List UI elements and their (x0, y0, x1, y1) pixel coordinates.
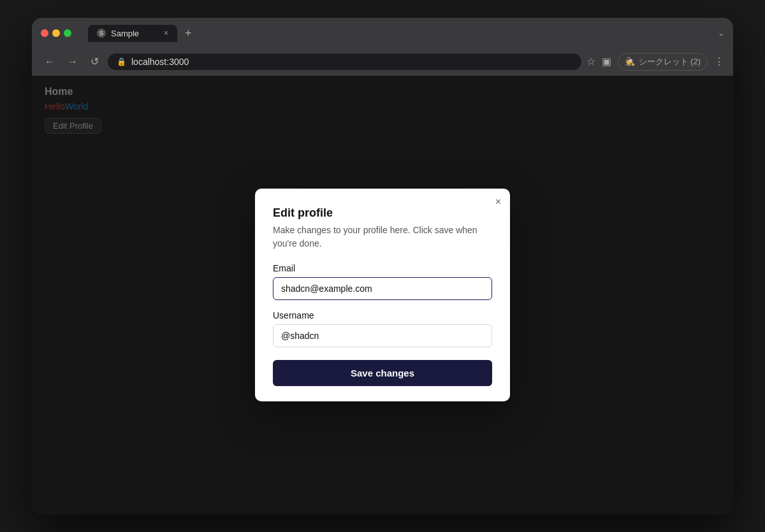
page-content: Home HelloWorld Edit Profile × Edit prof… (32, 76, 733, 515)
monitor-frame: S Sample × + ⌄ ← → ↺ 🔒 localhost:3000 ☆ … (32, 18, 733, 515)
save-changes-button[interactable]: Save changes (273, 360, 492, 386)
menu-icon[interactable]: ⋮ (714, 55, 724, 68)
new-tab-button[interactable]: + (180, 24, 197, 43)
username-form-group: Username (273, 310, 492, 347)
email-label: Email (273, 263, 492, 273)
email-form-group: Email (273, 263, 492, 300)
tab-close-button[interactable]: × (164, 29, 168, 38)
nav-actions: ☆ ▣ 🕵 シークレット (2) ⋮ (586, 53, 725, 71)
address-bar[interactable]: 🔒 localhost:3000 (108, 54, 581, 70)
dropdown-icon[interactable]: ⌄ (718, 29, 724, 38)
browser-chrome: S Sample × + ⌄ ← → ↺ 🔒 localhost:3000 ☆ … (32, 18, 733, 76)
address-text: localhost:3000 (131, 57, 189, 67)
tab-bar: S Sample × + (79, 24, 206, 43)
incognito-button[interactable]: 🕵 シークレット (2) (618, 53, 708, 71)
lock-icon: 🔒 (117, 57, 126, 66)
traffic-lights (41, 29, 71, 37)
incognito-label: シークレット (2) (639, 56, 701, 68)
back-button[interactable]: ← (41, 54, 59, 70)
incognito-icon: 🕵 (625, 57, 635, 66)
refresh-button[interactable]: ↺ (87, 53, 103, 70)
tab-favicon: S (97, 29, 106, 38)
dialog-description: Make changes to your profile here. Click… (273, 224, 492, 250)
email-input[interactable] (273, 277, 492, 300)
dialog-title: Edit profile (273, 206, 492, 220)
title-bar: S Sample × + ⌄ (32, 18, 733, 48)
nav-bar: ← → ↺ 🔒 localhost:3000 ☆ ▣ 🕵 シークレット (2) … (32, 48, 733, 76)
edit-profile-dialog: × Edit profile Make changes to your prof… (255, 189, 510, 401)
close-traffic-light[interactable] (41, 29, 48, 37)
username-input[interactable] (273, 324, 492, 347)
active-tab[interactable]: S Sample × (88, 25, 177, 42)
tab-label: Sample (111, 29, 139, 38)
extensions-icon[interactable]: ▣ (602, 55, 611, 68)
modal-overlay: × Edit profile Make changes to your prof… (32, 76, 733, 515)
forward-button[interactable]: → (64, 54, 82, 70)
dialog-close-button[interactable]: × (495, 196, 501, 208)
minimize-traffic-light[interactable] (52, 29, 60, 37)
maximize-traffic-light[interactable] (64, 29, 71, 37)
username-label: Username (273, 310, 492, 320)
bookmark-icon[interactable]: ☆ (586, 55, 595, 68)
